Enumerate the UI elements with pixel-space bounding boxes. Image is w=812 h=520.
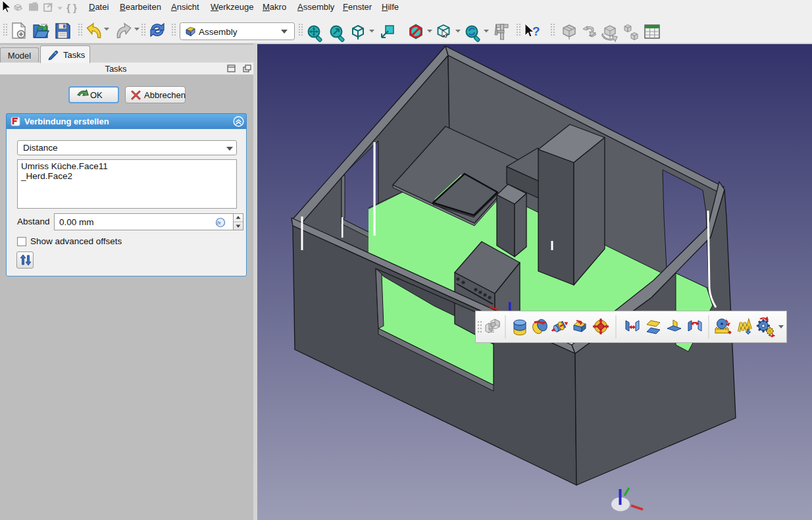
svg-text:Assembly: Assembly: [199, 27, 238, 37]
svg-text:{ }: { }: [66, 2, 77, 13]
svg-text:?: ?: [532, 24, 540, 38]
svg-text:fx: fx: [217, 221, 221, 225]
